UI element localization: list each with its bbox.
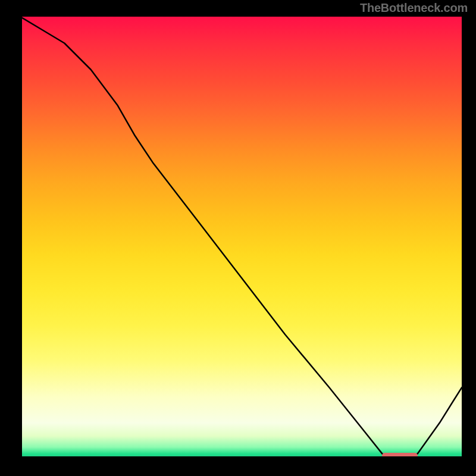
chart-root: TheBottleneck.com — [0, 0, 476, 476]
attribution-text: TheBottleneck.com — [360, 1, 468, 15]
bottleneck-curve — [20, 17, 462, 458]
plot-area — [20, 17, 462, 458]
optimal-range-marker — [382, 453, 417, 458]
